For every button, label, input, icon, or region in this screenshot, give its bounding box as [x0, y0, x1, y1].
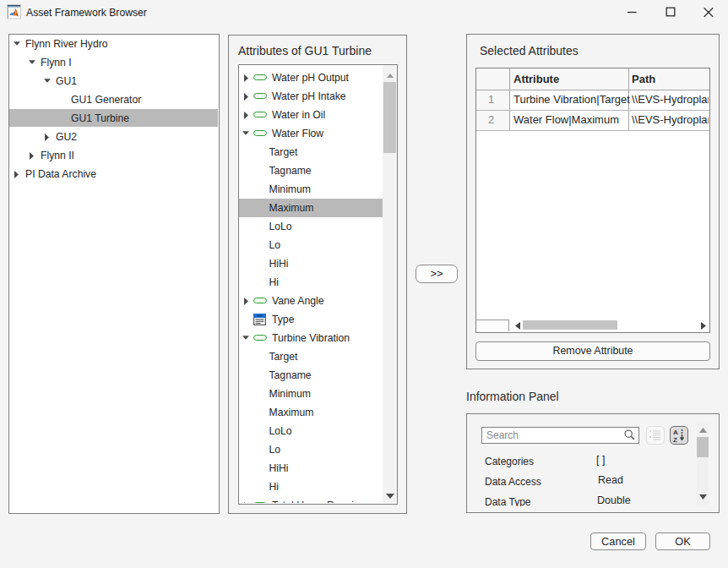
svg-text:Z: Z — [673, 436, 677, 443]
